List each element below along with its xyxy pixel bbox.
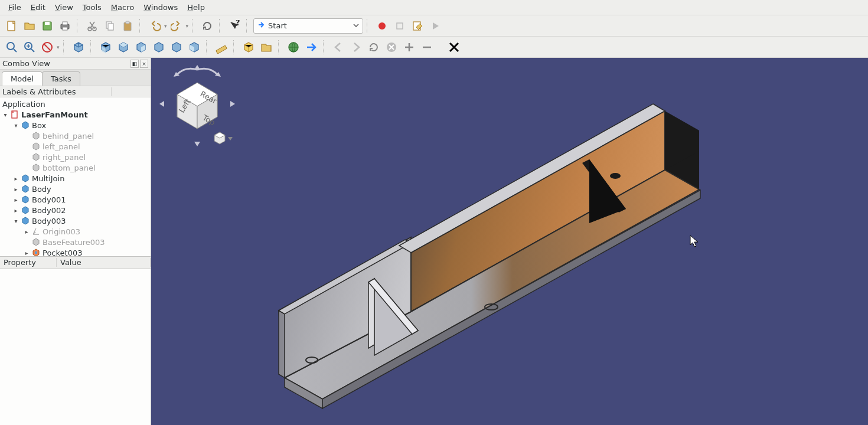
workbench-selector[interactable]: Start (253, 18, 363, 34)
tree-document[interactable]: ▾ LaserFanMount (0, 109, 151, 120)
web-link-icon[interactable] (303, 39, 319, 55)
open-document-icon[interactable] (21, 18, 38, 34)
nav-stop-icon[interactable] (383, 39, 400, 55)
view-right-icon[interactable] (133, 39, 149, 55)
web-home-icon[interactable] (285, 39, 302, 55)
model-tree[interactable]: Application ▾ LaserFanMount ▾ Box ▸ behi… (0, 97, 151, 256)
view-front-icon[interactable] (97, 39, 114, 55)
refresh-icon[interactable] (199, 18, 216, 34)
copy-icon[interactable] (102, 18, 118, 34)
svg-point-13 (378, 22, 386, 30)
tree-right-panel[interactable]: ▸ right_panel (0, 152, 151, 162)
tree-body002[interactable]: ▸ Body002 (0, 205, 151, 215)
view-isometric-icon[interactable] (70, 39, 87, 55)
part-icon[interactable] (240, 39, 257, 55)
value-col[interactable]: Value (57, 258, 151, 267)
zoom-in-icon[interactable] (401, 39, 417, 55)
tree-application[interactable]: Application (0, 99, 151, 109)
view-rear-icon[interactable] (151, 39, 167, 55)
chevron-down-icon (353, 21, 359, 30)
macro-stop-icon[interactable] (391, 18, 408, 34)
nav-reload-icon[interactable] (366, 39, 382, 55)
tab-tasks[interactable]: Tasks (42, 71, 80, 86)
property-header: Property Value (0, 256, 151, 269)
redo-icon[interactable] (168, 18, 185, 34)
draw-style-icon[interactable] (39, 39, 56, 55)
tree-header: Labels & Attributes (0, 86, 151, 97)
zoom-out-icon[interactable] (419, 39, 435, 55)
zoom-fit-icon[interactable] (4, 39, 20, 55)
view-left-icon[interactable] (186, 39, 203, 55)
tree-origin003[interactable]: ▸ Origin003 (0, 226, 151, 237)
panel-icon (32, 142, 40, 151)
combo-view-title: Combo View (2, 59, 129, 68)
nav-back-icon[interactable] (330, 39, 347, 55)
svg-rect-11 (126, 21, 129, 24)
main-toolbar: ▾ ▾ ? Start (0, 15, 868, 37)
3d-model-render (228, 93, 742, 424)
tree-basefeature003[interactable]: ▸ BaseFeature003 (0, 237, 151, 247)
new-document-icon[interactable] (4, 18, 20, 34)
panel-close-icon[interactable]: × (140, 60, 148, 68)
tab-model[interactable]: Model (2, 71, 43, 86)
menu-edit[interactable]: Edit (26, 2, 50, 13)
workbench-label: Start (268, 21, 287, 30)
close-icon[interactable] (446, 39, 462, 55)
tree-bottom-panel[interactable]: ▸ bottom_panel (0, 162, 151, 173)
measure-icon[interactable] (213, 39, 230, 55)
svg-marker-54 (368, 279, 374, 348)
svg-rect-5 (63, 27, 67, 30)
tree-left-panel[interactable]: ▸ left_panel (0, 141, 151, 152)
panel-float-icon[interactable]: ◧ (130, 60, 139, 68)
tree-behind-panel[interactable]: ▸ behind_panel (0, 130, 151, 141)
svg-rect-0 (8, 21, 15, 31)
tree-multijoin[interactable]: ▸ MultiJoin (0, 173, 151, 184)
property-col[interactable]: Property (0, 258, 57, 267)
body-icon (21, 195, 30, 204)
basefeature-icon (32, 238, 40, 246)
tree-body001[interactable]: ▸ Body001 (0, 194, 151, 205)
body-icon (21, 206, 30, 214)
cut-icon[interactable] (84, 18, 100, 34)
tree-body[interactable]: ▸ Body (0, 184, 151, 194)
print-icon[interactable] (57, 18, 73, 34)
menu-bar: File Edit View Tools Macro Windows Help (0, 0, 868, 15)
view-bottom-icon[interactable] (168, 39, 185, 55)
menu-view[interactable]: View (50, 2, 78, 13)
tree-body003[interactable]: ▾ Body003 (0, 215, 151, 226)
zoom-selection-icon[interactable] (21, 39, 38, 55)
macro-play-icon[interactable] (427, 18, 443, 34)
menu-file[interactable]: File (4, 2, 26, 13)
panel-icon (32, 164, 40, 172)
body-icon (21, 185, 30, 193)
box-icon (21, 121, 30, 129)
menu-windows[interactable]: Windows (139, 2, 182, 13)
tree-box[interactable]: ▾ Box (0, 120, 151, 130)
navigation-cube[interactable]: Rear Left Top (156, 63, 239, 151)
origin-icon (32, 227, 40, 236)
property-body (0, 269, 151, 426)
paste-icon[interactable] (119, 18, 136, 34)
svg-marker-28 (194, 65, 200, 70)
group-icon[interactable] (258, 39, 275, 55)
macro-record-icon[interactable] (374, 18, 390, 34)
svg-marker-49 (279, 310, 285, 378)
save-document-icon[interactable] (39, 18, 56, 34)
tree-pocket003[interactable]: ▸ Pocket003 (0, 247, 151, 256)
3d-viewport[interactable]: Rear Left Top (151, 58, 868, 425)
whats-this-icon[interactable]: ? (226, 18, 243, 34)
undo-icon[interactable] (146, 18, 163, 34)
menu-tools[interactable]: Tools (78, 2, 106, 13)
menu-help[interactable]: Help (182, 2, 210, 13)
menu-macro[interactable]: Macro (106, 2, 139, 13)
combo-tabs: Model Tasks (0, 70, 151, 86)
svg-rect-20 (216, 45, 227, 53)
body-icon (21, 217, 30, 225)
view-top-icon[interactable] (115, 39, 132, 55)
svg-text:?: ? (236, 20, 240, 27)
nav-forward-icon[interactable] (348, 39, 364, 55)
svg-rect-14 (397, 23, 403, 29)
svg-rect-25 (35, 251, 37, 254)
combo-view-panel: Combo View ◧ × Model Tasks Labels & Attr… (0, 58, 151, 425)
macro-edit-icon[interactable] (409, 18, 426, 34)
